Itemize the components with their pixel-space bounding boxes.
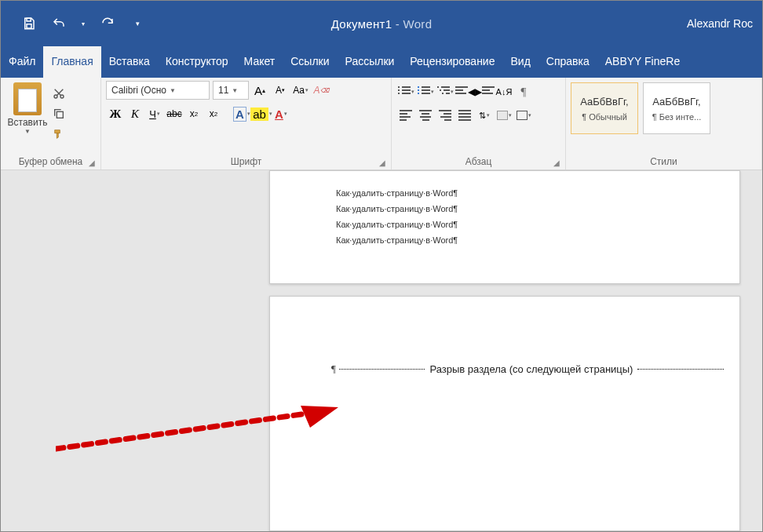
text-effects-button[interactable]: A▾ <box>232 104 251 123</box>
align-left-button[interactable] <box>396 106 415 125</box>
tab-help[interactable]: Справка <box>538 46 597 78</box>
doc-text-line[interactable]: Как·удалить·страницу·в·Word¶ <box>336 201 739 217</box>
group-styles: АаБбВвГг, ¶ Обычный АаБбВвГг, ¶ Без инте… <box>566 78 762 169</box>
paste-button[interactable]: Вставить ▼ <box>5 81 49 135</box>
multilevel-button[interactable]: ▾ <box>436 82 455 101</box>
app-name: Word <box>403 17 433 31</box>
bold-button[interactable]: Ж <box>106 104 125 123</box>
svg-rect-0 <box>27 18 31 21</box>
group-clipboard-label: Буфер обмена <box>5 154 96 169</box>
strikethrough-button[interactable]: abc <box>165 104 184 123</box>
svg-rect-1 <box>27 24 31 28</box>
underline-button[interactable]: Ч▾ <box>145 104 164 123</box>
highlight-button[interactable]: ab▾ <box>252 104 271 123</box>
font-launcher[interactable]: ◢ <box>377 157 388 168</box>
style-no-spacing[interactable]: АаБбВвГг, ¶ Без инте... <box>643 82 710 134</box>
font-size-value: 11 <box>218 85 228 96</box>
titlebar: ▾ ▾ Документ1 - Word Alexandr Roс <box>1 1 762 46</box>
group-paragraph: ▾ ▾ ▾ ◀ ▶ А↓Я ¶ ⇅▾ ▾ ▾ Абзац ◢ <box>392 78 566 169</box>
style-sample: АаБбВвГг, <box>652 96 700 107</box>
group-paragraph-label: Абзац <box>396 154 560 169</box>
user-name[interactable]: Alexandr Roс <box>687 17 753 30</box>
style-sample: АаБбВвГг, <box>580 96 628 107</box>
decrease-indent-button[interactable]: ◀ <box>455 82 474 101</box>
increase-indent-button[interactable]: ▶ <box>475 82 494 101</box>
tab-file[interactable]: Файл <box>1 46 43 78</box>
align-justify-button[interactable] <box>455 106 474 125</box>
group-font-label: Шрифт <box>106 154 386 169</box>
font-name-value: Calibri (Осно <box>111 85 166 96</box>
doc-name: Документ1 <box>331 17 392 31</box>
font-name-combo[interactable]: Calibri (Осно▼ <box>106 81 210 100</box>
section-break[interactable]: ¶ Разрыв раздела (со следующей страницы) <box>331 363 724 375</box>
group-clipboard: Вставить ▼ Буфер обмена ◢ <box>1 78 101 169</box>
line-spacing-button[interactable]: ⇅▾ <box>475 106 494 125</box>
format-painter-button[interactable] <box>51 126 67 142</box>
show-marks-button[interactable]: ¶ <box>514 82 533 101</box>
undo-dropdown[interactable]: ▾ <box>79 14 87 33</box>
case-label: Aa <box>293 85 305 96</box>
paste-dropdown-icon[interactable]: ▼ <box>5 128 49 135</box>
borders-button[interactable]: ▾ <box>514 106 533 125</box>
sort-button[interactable]: А↓Я <box>495 82 513 101</box>
quick-access-toolbar: ▾ ▾ <box>1 14 147 33</box>
tab-home[interactable]: Главная <box>43 46 100 78</box>
paste-label: Вставить <box>5 117 49 128</box>
break-dotted-line <box>637 369 724 370</box>
subscript-button[interactable]: x2 <box>184 104 203 123</box>
tab-design[interactable]: Конструктор <box>158 46 236 78</box>
break-dotted-line <box>339 369 425 370</box>
underline-label: Ч <box>149 108 156 120</box>
tab-insert[interactable]: Вставка <box>101 46 158 78</box>
page-2[interactable]: ¶ Разрыв раздела (со следующей страницы) <box>269 296 740 531</box>
tab-abbyy[interactable]: ABBYY FineRe <box>597 46 688 78</box>
font-color-button[interactable]: A▾ <box>272 104 290 123</box>
copy-button[interactable] <box>51 106 67 122</box>
italic-button[interactable]: К <box>126 104 144 123</box>
style-name: ¶ Без инте... <box>652 112 702 122</box>
bullets-button[interactable]: ▾ <box>396 82 415 101</box>
redo-button[interactable] <box>98 14 117 33</box>
align-center-button[interactable] <box>416 106 435 125</box>
numbering-button[interactable]: ▾ <box>416 82 435 101</box>
style-name: ¶ Обычный <box>582 112 627 122</box>
svg-rect-4 <box>57 111 63 118</box>
tab-mailings[interactable]: Рассылки <box>338 46 403 78</box>
clear-formatting-button[interactable]: A⌫ <box>312 81 330 100</box>
tab-review[interactable]: Рецензирование <box>402 46 502 78</box>
cut-button[interactable] <box>51 86 67 101</box>
tab-view[interactable]: Вид <box>502 46 538 78</box>
group-styles-label: Стили <box>571 154 757 169</box>
style-normal[interactable]: АаБбВвГг, ¶ Обычный <box>571 82 638 134</box>
section-break-label: Разрыв раздела (со следующей страницы) <box>425 363 637 375</box>
doc-text-line[interactable]: Как·удалить·страницу·в·Word¶ <box>336 217 739 232</box>
superscript-button[interactable]: x2 <box>204 104 223 123</box>
paragraph-launcher[interactable]: ◢ <box>551 157 562 168</box>
clipboard-launcher[interactable]: ◢ <box>86 157 97 168</box>
doc-text-line[interactable]: Как·удалить·страницу·в·Word¶ <box>336 185 739 201</box>
undo-button[interactable] <box>49 14 68 33</box>
shading-button[interactable]: ▾ <box>495 106 513 125</box>
clipboard-icon <box>13 82 42 115</box>
change-case-button[interactable]: Aa▾ <box>291 81 310 100</box>
group-font: Calibri (Осно▼ 11▼ A▴ A▾ Aa▾ A⌫ Ж К Ч▾ a… <box>101 78 392 169</box>
shrink-font-button[interactable]: A▾ <box>271 81 290 100</box>
tab-layout[interactable]: Макет <box>236 46 283 78</box>
window-title: Документ1 - Word <box>331 17 433 31</box>
font-size-combo[interactable]: 11▼ <box>213 81 249 100</box>
document-area[interactable]: Как·удалить·страницу·в·Word¶ Как·удалить… <box>1 170 762 532</box>
page-1[interactable]: Как·удалить·страницу·в·Word¶ Как·удалить… <box>269 170 740 284</box>
chevron-down-icon: ▼ <box>170 87 176 94</box>
ribbon-tabs: Файл Главная Вставка Конструктор Макет С… <box>1 46 762 78</box>
qat-customize[interactable]: ▾ <box>128 14 147 33</box>
doc-text-line[interactable]: Как·удалить·страницу·в·Word¶ <box>336 232 739 248</box>
align-right-button[interactable] <box>436 106 455 125</box>
title-sep: - <box>392 17 403 31</box>
ribbon: Вставить ▼ Буфер обмена ◢ Calibri (Осно▼… <box>1 78 762 170</box>
save-button[interactable] <box>20 14 38 33</box>
chevron-down-icon: ▼ <box>232 87 238 94</box>
grow-font-button[interactable]: A▴ <box>250 81 269 100</box>
pilcrow-icon: ¶ <box>331 363 336 375</box>
tab-references[interactable]: Ссылки <box>283 46 337 78</box>
